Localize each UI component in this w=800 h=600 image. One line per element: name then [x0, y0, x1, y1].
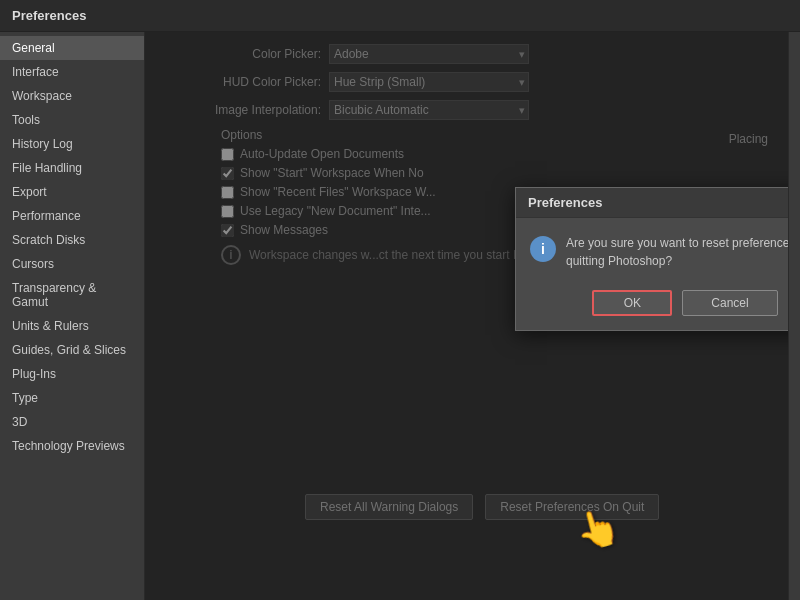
scrollbar-right[interactable] — [788, 32, 800, 600]
sidebar-item-performance[interactable]: Performance — [0, 204, 144, 228]
sidebar-item-general[interactable]: General — [0, 36, 144, 60]
dialog-info-icon: i — [530, 236, 556, 262]
dialog-title-bar: Preferences — [516, 188, 788, 218]
sidebar-item-3d[interactable]: 3D — [0, 410, 144, 434]
sidebar-item-transparency-gamut[interactable]: Transparency & Gamut — [0, 276, 144, 314]
sidebar-item-cursors[interactable]: Cursors — [0, 252, 144, 276]
window-title: Preferences — [12, 8, 86, 23]
dialog-cancel-button[interactable]: Cancel — [682, 290, 777, 316]
sidebar-item-tools[interactable]: Tools — [0, 108, 144, 132]
sidebar-item-workspace[interactable]: Workspace — [0, 84, 144, 108]
content-area: Color Picker: Adobe Windows HUD Color Pi… — [145, 32, 788, 600]
dialog-buttons: OK Cancel — [516, 282, 788, 330]
dialog-message: Are you sure you want to reset preferenc… — [566, 234, 788, 270]
sidebar-item-technology-previews[interactable]: Technology Previews — [0, 434, 144, 458]
preferences-dialog: Preferences i Are you sure you want to r… — [515, 187, 788, 331]
sidebar: GeneralInterfaceWorkspaceToolsHistory Lo… — [0, 32, 145, 600]
dialog-ok-button[interactable]: OK — [592, 290, 672, 316]
sidebar-item-guides-grid-slices[interactable]: Guides, Grid & Slices — [0, 338, 144, 362]
sidebar-item-plug-ins[interactable]: Plug-Ins — [0, 362, 144, 386]
sidebar-item-history-log[interactable]: History Log — [0, 132, 144, 156]
dialog-title: Preferences — [528, 195, 602, 210]
dialog-body: i Are you sure you want to reset prefere… — [516, 218, 788, 282]
sidebar-item-file-handling[interactable]: File Handling — [0, 156, 144, 180]
sidebar-item-scratch-disks[interactable]: Scratch Disks — [0, 228, 144, 252]
main-layout: GeneralInterfaceWorkspaceToolsHistory Lo… — [0, 32, 800, 600]
title-bar: Preferences — [0, 0, 800, 32]
sidebar-item-type[interactable]: Type — [0, 386, 144, 410]
sidebar-item-export[interactable]: Export — [0, 180, 144, 204]
sidebar-item-units-rulers[interactable]: Units & Rulers — [0, 314, 144, 338]
sidebar-item-interface[interactable]: Interface — [0, 60, 144, 84]
